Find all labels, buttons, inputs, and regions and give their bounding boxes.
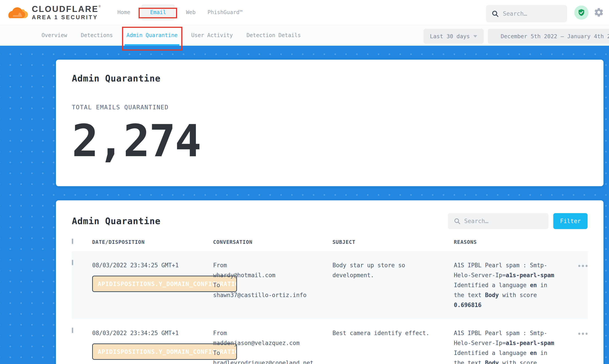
active-tab-underline (125, 44, 179, 46)
column-header-conversation: CONVERSATION (213, 239, 332, 245)
search-icon (454, 218, 461, 225)
row-actions-menu-icon[interactable] (578, 263, 588, 269)
brand-subtitle: AREA 1 SECURITY (32, 14, 101, 20)
table-search-input[interactable] (464, 218, 543, 224)
summary-card-title: Admin Quarantine (72, 73, 588, 83)
tab-admin-quarantine[interactable]: Admin Quarantine (126, 25, 177, 46)
table-header-row: DATE/DISPOSITION CONVERSATION SUBJECT RE… (72, 229, 588, 251)
row-checkbox[interactable] (72, 260, 73, 265)
quarantine-table-card: Admin Quarantine Filter DATE/DISPOSITION… (56, 200, 603, 364)
settings-button[interactable] (594, 7, 604, 17)
nav-item-home[interactable]: Home (117, 8, 131, 17)
date-range-picker[interactable]: December 5th 2022 — January 4th 2023 (488, 29, 609, 44)
row-reasons: A1S IPBL Pearl spam : Smtp-Helo-Server-I… (454, 328, 575, 364)
table-card-title: Admin Quarantine (72, 216, 161, 226)
conversation-to-label: To (213, 280, 319, 290)
column-header-subject: SUBJECT (332, 239, 454, 245)
table-row: 08/03/2022 23:34:25 GMT+1 APIDISPOSITION… (72, 251, 588, 319)
table-search (448, 213, 548, 229)
nav-item-web[interactable]: Web (185, 8, 196, 17)
top-nav: Home Email Web PhishGuard™ (117, 8, 243, 17)
tab-overview[interactable]: Overview (41, 25, 67, 46)
search-icon (491, 10, 499, 17)
row-date: 08/03/2022 23:34:25 GMT+1 (92, 260, 213, 270)
tab-detections[interactable]: Detections (81, 25, 113, 46)
column-header-date: DATE/DISPOSITION (92, 239, 213, 245)
conversation-from-label: From (213, 328, 319, 338)
security-status-badge[interactable] (574, 6, 588, 20)
column-header-reasons: REASONS (454, 239, 575, 245)
row-reasons: A1S IPBL Pearl spam : Smtp-Helo-Server-I… (454, 260, 575, 310)
chevron-down-icon (473, 35, 477, 38)
nav-item-phishguard[interactable]: PhishGuard™ (207, 8, 244, 17)
time-range-dropdown[interactable]: Last 30 days (423, 29, 484, 44)
select-all-checkbox[interactable] (72, 239, 73, 244)
tab-detection-details[interactable]: Detection Details (246, 25, 301, 46)
row-checkbox[interactable] (72, 327, 73, 333)
global-search (486, 5, 567, 22)
top-header: CLOUDFLARE® AREA 1 SECURITY Home Email W… (0, 0, 609, 25)
cloudflare-cloud-icon (7, 5, 29, 19)
shield-check-icon (577, 8, 586, 17)
conversation-from-address: maddenjason@velazquez.com (213, 338, 319, 348)
total-quarantined-value: 2,274 (72, 118, 588, 164)
brand-trademark: ® (99, 5, 101, 8)
summary-card: Admin Quarantine TOTAL EMAILS QUARANTINE… (56, 60, 603, 186)
main-content: Admin Quarantine TOTAL EMAILS QUARANTINE… (0, 46, 609, 364)
table-body: 08/03/2022 23:34:25 GMT+1 APIDISPOSITION… (72, 251, 588, 364)
conversation-to-address: shawn37@castillo-ortiz.info (213, 290, 319, 300)
conversation-from-address: whardy@hotmail.com (213, 270, 319, 280)
gear-icon (594, 7, 604, 17)
filter-button[interactable]: Filter (553, 213, 588, 229)
nav-item-email[interactable]: Email (141, 4, 175, 20)
email-subnav: Overview Detections Admin Quarantine Use… (0, 25, 609, 46)
global-search-input[interactable] (503, 10, 562, 17)
row-subject: Best camera identify effect. (332, 328, 454, 338)
conversation-from-label: From (213, 260, 319, 270)
cloudflare-logo[interactable]: CLOUDFLARE® AREA 1 SECURITY (7, 5, 101, 20)
brand-name: CLOUDFLARE (32, 4, 99, 14)
row-actions-menu-icon[interactable] (578, 331, 588, 337)
row-subject: Body star up store so development. (332, 260, 454, 280)
tab-user-activity[interactable]: User Activity (191, 25, 233, 46)
table-row: 08/03/2022 23:34:25 GMT+1 APIDISPOSITION… (72, 319, 588, 364)
conversation-to-label: To (213, 348, 319, 358)
total-quarantined-label: TOTAL EMAILS QUARANTINED (72, 104, 588, 111)
row-date: 08/03/2022 23:34:25 GMT+1 (92, 328, 213, 338)
conversation-to-address: bradleyrodriguez@copeland.net (213, 358, 319, 364)
